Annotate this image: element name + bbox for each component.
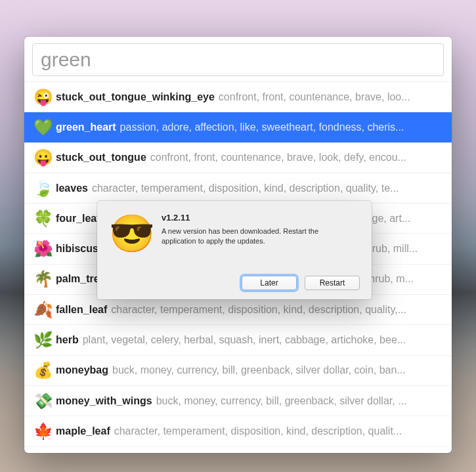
- emoji-icon: 🌿: [33, 332, 56, 348]
- result-row[interactable]: 😜stuck_out_tongue_winking_eyeconfront, f…: [24, 82, 452, 112]
- app-icon: 😎: [109, 215, 151, 290]
- result-name: leaves: [56, 182, 88, 194]
- emoji-icon: 🌴: [33, 271, 56, 287]
- dialog-message: A new version has been downloaded. Resta…: [162, 226, 345, 246]
- result-row[interactable]: 😛stuck_out_tongueconfront, front, counte…: [24, 143, 452, 173]
- result-name: moneybag: [56, 364, 108, 375]
- result-name: green_heart: [56, 121, 116, 133]
- result-tags: buck, money, currency, bill, greenback, …: [112, 364, 406, 375]
- emoji-icon: 🍂: [33, 302, 56, 318]
- result-name: hibiscus: [56, 243, 98, 254]
- result-name: money_with_wings: [56, 395, 152, 406]
- result-row[interactable]: 💚green_heartpassion, adore, affection, l…: [24, 112, 452, 142]
- result-tags: character, temperament, disposition, kin…: [114, 425, 402, 437]
- result-name: fallen_leaf: [56, 304, 107, 315]
- result-row[interactable]: 🌿herbplant, vegetal, celery, herbal, squ…: [24, 325, 452, 355]
- emoji-icon: 💸: [33, 393, 56, 409]
- result-tags: confront, front, countenance, brave, loo…: [219, 91, 410, 102]
- result-text: maple_leafcharacter, temperament, dispos…: [56, 425, 443, 437]
- emoji-icon: 💰: [33, 362, 56, 378]
- result-row[interactable]: 💰moneybagbuck, money, currency, bill, gr…: [24, 356, 452, 386]
- result-row[interactable]: 🍃leavescharacter, temperament, dispositi…: [24, 173, 452, 204]
- result-text: stuck_out_tongue_winking_eyeconfront, fr…: [56, 91, 443, 103]
- emoji-icon: 🍁: [33, 423, 56, 439]
- result-row[interactable]: 💸money_with_wingsbuck, money, currency, …: [24, 386, 452, 416]
- emoji-icon: 😜: [33, 89, 56, 105]
- emoji-icon: 🍀: [33, 211, 56, 226]
- result-name: stuck_out_tongue: [56, 152, 146, 163]
- result-tags: passion, adore, affection, like, sweethe…: [120, 121, 404, 133]
- dialog-buttons: Later Restart: [162, 276, 360, 290]
- update-dialog: 😎 v1.2.11 A new version has been downloa…: [97, 201, 372, 299]
- result-name: stuck_out_tongue_winking_eye: [56, 91, 215, 102]
- later-button[interactable]: Later: [242, 276, 297, 290]
- result-text: green_heartpassion, adore, affection, li…: [56, 121, 443, 133]
- emoji-icon: 😛: [33, 150, 56, 165]
- emoji-icon: 🌺: [33, 241, 56, 257]
- result-name: herb: [56, 334, 79, 345]
- result-row[interactable]: 🍁maple_leafcharacter, temperament, dispo…: [24, 416, 452, 446]
- result-name: maple_leaf: [56, 425, 110, 437]
- result-text: fallen_leafcharacter, temperament, dispo…: [56, 304, 443, 316]
- result-text: moneybagbuck, money, currency, bill, gre…: [56, 364, 443, 376]
- result-tags: buck, money, currency, bill, greenback, …: [156, 395, 407, 406]
- search-input[interactable]: [32, 43, 444, 76]
- result-tags: plant, vegetal, celery, herbal, squash, …: [83, 334, 406, 345]
- emoji-icon: 💚: [33, 119, 56, 135]
- search-wrap: [24, 37, 452, 81]
- result-tags: character, temperament, disposition, kin…: [92, 182, 399, 194]
- result-row[interactable]: 🍂fallen_leafcharacter, temperament, disp…: [24, 295, 452, 325]
- emoji-icon: 🍃: [33, 181, 56, 196]
- dialog-title: v1.2.11: [162, 213, 360, 223]
- result-tags: confront, front, countenance, brave, loo…: [150, 152, 406, 163]
- dialog-body: v1.2.11 A new version has been downloade…: [162, 213, 360, 290]
- result-tags: character, temperament, disposition, kin…: [111, 304, 406, 315]
- result-text: stuck_out_tongueconfront, front, counten…: [56, 152, 443, 163]
- restart-button[interactable]: Restart: [305, 276, 360, 290]
- result-text: leavescharacter, temperament, dispositio…: [56, 182, 443, 194]
- result-text: money_with_wingsbuck, money, currency, b…: [56, 395, 443, 407]
- result-text: herbplant, vegetal, celery, herbal, squa…: [56, 334, 443, 346]
